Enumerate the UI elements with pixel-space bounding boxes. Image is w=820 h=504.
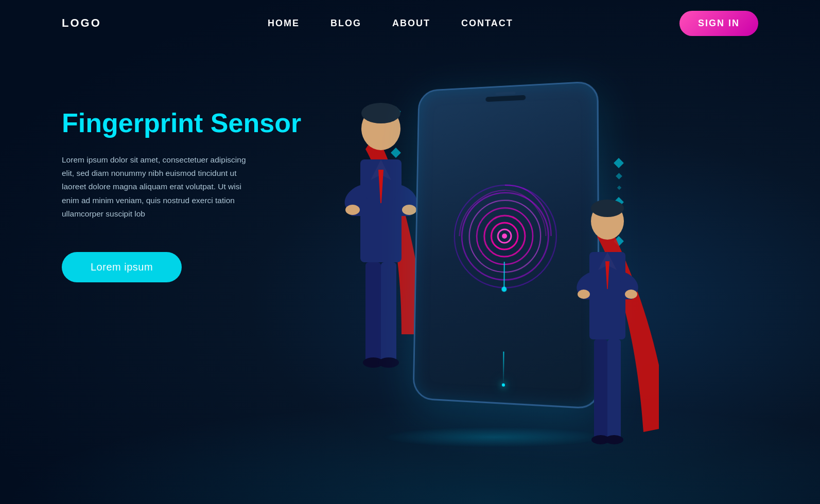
nav-link-blog[interactable]: BLOG bbox=[330, 18, 361, 28]
phone-home-dot bbox=[502, 383, 505, 387]
nav-item-contact[interactable]: CONTACT bbox=[461, 18, 513, 29]
navbar: LOGO HOME BLOG ABOUT CONTACT SIGN IN bbox=[0, 0, 820, 46]
svg-point-25 bbox=[625, 290, 637, 299]
nav-link-home[interactable]: HOME bbox=[268, 18, 300, 28]
svg-point-2 bbox=[361, 103, 400, 123]
nav-links: HOME BLOG ABOUT CONTACT bbox=[268, 18, 513, 29]
signin-button[interactable]: SIGN IN bbox=[679, 11, 758, 36]
svg-point-4 bbox=[345, 205, 360, 215]
diamond-r1 bbox=[614, 158, 624, 168]
nav-link-contact[interactable]: CONTACT bbox=[461, 18, 513, 28]
hero-text-block: Fingerprint Sensor Lorem ipsum dolor sit… bbox=[62, 77, 309, 282]
svg-rect-26 bbox=[594, 339, 607, 442]
phone-home-line bbox=[503, 352, 504, 384]
hero-body-text: Lorem ipsum dolor sit amet, consectetuer… bbox=[62, 153, 257, 221]
svg-rect-27 bbox=[607, 339, 621, 442]
logo[interactable]: LOGO bbox=[62, 16, 101, 30]
hero-cta-button[interactable]: Lorem ipsum bbox=[62, 252, 182, 282]
svg-point-24 bbox=[578, 290, 590, 299]
nav-link-about[interactable]: ABOUT bbox=[392, 18, 430, 28]
svg-rect-6 bbox=[365, 262, 381, 365]
nav-item-home[interactable]: HOME bbox=[268, 18, 300, 29]
nav-item-blog[interactable]: BLOG bbox=[330, 18, 361, 29]
hero-illustration bbox=[309, 67, 769, 478]
svg-point-22 bbox=[591, 200, 624, 217]
svg-point-9 bbox=[378, 357, 399, 368]
svg-point-29 bbox=[605, 435, 623, 444]
nav-item-about[interactable]: ABOUT bbox=[392, 18, 430, 29]
svg-point-17 bbox=[502, 233, 507, 239]
fingerprint-display bbox=[449, 179, 562, 294]
hero-section: Fingerprint Sensor Lorem ipsum dolor sit… bbox=[0, 46, 820, 504]
svg-rect-7 bbox=[381, 262, 396, 365]
phone-notch bbox=[485, 95, 526, 102]
hero-title: Fingerprint Sensor bbox=[62, 108, 309, 139]
figure-right bbox=[556, 170, 659, 458]
phone-speaker bbox=[496, 92, 516, 95]
